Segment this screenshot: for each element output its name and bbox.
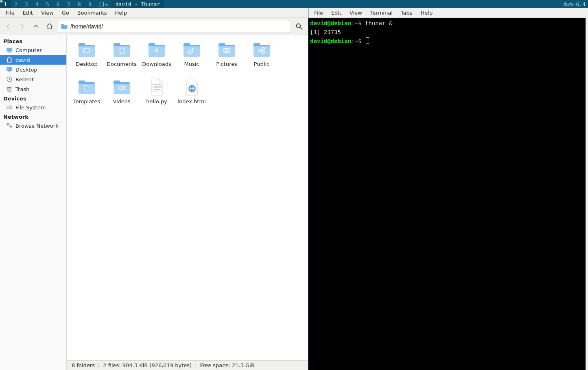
arrow-right-icon [18,23,26,30]
folder-templates[interactable]: Templates [69,76,104,113]
folder-icon [61,23,68,30]
file-label: Music [184,61,199,67]
dwm-tag-5[interactable]: 5 [42,0,53,8]
sidebar-section-devices: Devices [0,94,66,102]
dwm-tag-4[interactable]: 4 [32,0,42,8]
folder-documents[interactable]: Documents [104,38,139,76]
thunar-menu-edit[interactable]: Edit [19,9,37,17]
thunar-menu-file[interactable]: File [2,9,19,17]
computer-icon [6,46,13,54]
sidebar: PlacesComputerdavidDesktopRecentTrashDev… [0,35,67,370]
sidebar-item-label: david [15,57,30,63]
file-label: Public [254,61,269,67]
thunar-menubar: FileEditViewGoBookmarksHelp [0,8,308,18]
sidebar-item-computer[interactable]: Computer [0,45,66,55]
terminal-menu-file[interactable]: File [310,9,327,17]
sidebar-item-label: File System [15,104,46,111]
svg-point-10 [11,108,11,109]
dwm-tag-9[interactable]: 9 [85,0,95,8]
back-button[interactable] [2,21,14,32]
dwm-tags: 123456789 [0,0,95,8]
terminal-body[interactable]: david@debian:~$ thunar & [1] 23735 david… [308,18,588,370]
thunar-menu-bookmarks[interactable]: Bookmarks [73,9,111,17]
file-label: Templates [73,98,100,104]
dwm-tag-2[interactable]: 2 [11,0,21,8]
file-hello-py[interactable]: hello.py [139,76,174,113]
sidebar-item-desktop[interactable]: Desktop [0,65,66,74]
file-label: Downloads [142,61,171,67]
sidebar-item-label: Recent [15,76,34,83]
trash-icon [6,85,13,93]
statusbar: 8 folders | 2 files: 904.3 KiB (926,019 … [67,360,308,370]
sidebar-item-label: Computer [15,47,42,53]
home-icon [6,56,13,63]
sidebar-item-trash[interactable]: Trash [0,84,66,94]
dwm-tag-3[interactable]: 3 [21,0,32,8]
terminal-menu-view[interactable]: View [345,9,366,17]
dwm-tag-7[interactable]: 7 [63,0,74,8]
arrow-up-icon [32,23,39,30]
file-label: Pictures [216,61,237,67]
sidebar-item-recent[interactable]: Recent [0,74,66,84]
terminal-menu-tabs[interactable]: Tabs [397,9,417,17]
terminal-menu-edit[interactable]: Edit [327,9,345,17]
location-bar[interactable] [58,20,290,33]
dwm-tag-8[interactable]: 8 [74,0,85,8]
folder-public[interactable]: Public [244,38,279,76]
network-icon [6,122,13,129]
recent-icon [6,76,13,83]
status-files: 2 files: 904.3 KiB (926,019 bytes) [103,362,192,368]
sidebar-item-label: Browse Network [15,123,59,129]
svg-rect-25 [184,46,200,57]
folder-pictures[interactable]: Pictures [209,38,244,76]
up-button[interactable] [30,21,42,32]
forward-button[interactable] [16,21,28,32]
folder-icon [181,39,202,60]
thunar-menu-help[interactable]: Help [111,9,131,17]
sidebar-item-label: Trash [15,86,29,92]
svg-rect-9 [7,106,12,109]
home-button[interactable] [44,21,55,32]
thunar-menu-view[interactable]: View [37,9,58,17]
location-input[interactable] [70,23,287,30]
folder-icon [216,39,237,60]
folder-icon [111,39,132,60]
thunar-menu-go[interactable]: Go [58,9,73,17]
file-label: hello.py [146,98,167,104]
thunar-window: FileEditViewGoBookmarksHelp [0,8,308,370]
status-freespace: Free space: 21.3 GiB [200,362,255,368]
svg-rect-15 [79,46,95,57]
folder-icon [146,39,167,60]
home-icon [46,23,53,30]
svg-rect-1 [61,24,64,26]
terminal-menubar: FileEditViewTerminalTabsHelp [308,8,588,18]
dwm-tag-1[interactable]: 1 [0,0,11,8]
sidebar-item-browse-network[interactable]: Browse Network [0,121,66,131]
folder-desktop[interactable]: Desktop [69,38,104,76]
folder-music[interactable]: Music [174,38,209,76]
terminal-menu-help[interactable]: Help [417,9,437,17]
sidebar-item-file-system[interactable]: File System [0,102,66,112]
dwm-tag-6[interactable]: 6 [53,0,63,8]
search-button[interactable] [293,20,306,33]
sidebar-section-places: Places [0,37,66,45]
search-icon [295,22,303,30]
svg-rect-4 [8,52,11,53]
file-icon [146,76,167,98]
file-index-html[interactable]: index.html [174,76,209,113]
status-folders: 8 folders [72,362,95,368]
folder-downloads[interactable]: Downloads [139,38,174,76]
file-grid[interactable]: DesktopDocumentsDownloadsMusicPicturesPu… [67,35,308,360]
drive-icon [6,104,13,111]
folder-icon [76,76,97,98]
sidebar-item-david[interactable]: david [0,55,66,65]
dwm-bar: 123456789 []= david - Thunar dwm-6.4 [0,0,588,8]
file-label: Documents [107,61,137,67]
dwm-layout-symbol[interactable]: []= [95,0,111,8]
terminal-window: FileEditViewTerminalTabsHelp david@debia… [308,8,588,370]
desktop-icon [6,66,13,73]
svg-rect-11 [7,123,9,125]
terminal-menu-terminal[interactable]: Terminal [366,9,397,17]
folder-videos[interactable]: Videos [104,76,139,113]
svg-rect-8 [7,87,12,88]
